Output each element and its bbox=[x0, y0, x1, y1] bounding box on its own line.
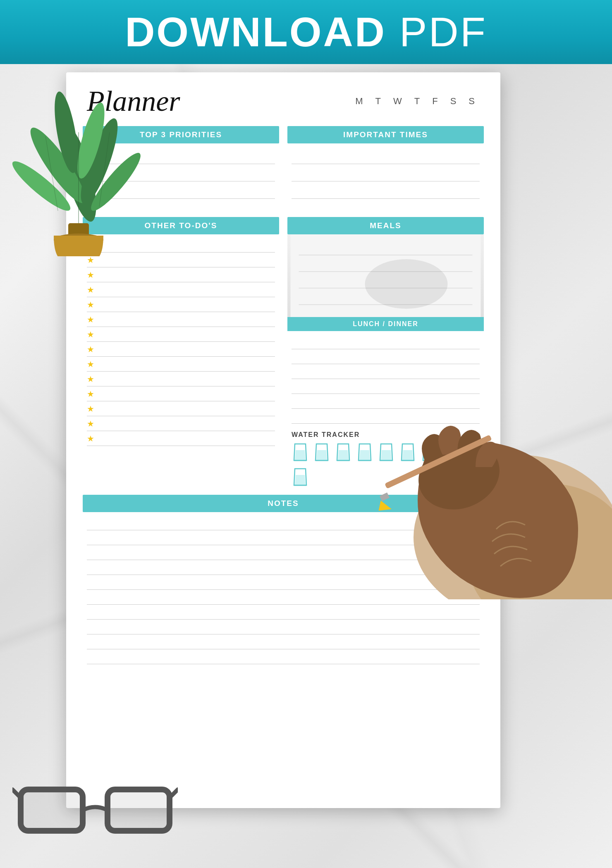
todo-row-13: ★ bbox=[87, 416, 275, 431]
svg-point-29 bbox=[365, 259, 448, 309]
notes-header: NOTES bbox=[83, 495, 484, 512]
note-row-7[interactable] bbox=[87, 605, 480, 620]
meal-row-2[interactable] bbox=[292, 349, 480, 364]
download-banner[interactable]: DOWNLOAD PDF bbox=[0, 0, 612, 64]
meal-row-6[interactable] bbox=[292, 409, 480, 424]
day-m: M bbox=[355, 96, 363, 107]
meals-header: MEALS bbox=[287, 217, 484, 234]
day-s2: S bbox=[469, 96, 476, 107]
note-row-6[interactable] bbox=[87, 590, 480, 605]
note-row-10[interactable] bbox=[87, 649, 480, 664]
meals-section: MEALS LUNCH / DINNER bbox=[287, 217, 484, 487]
meal-row-3[interactable] bbox=[292, 364, 480, 379]
important-times-section: IMPORTANT TIMES bbox=[287, 126, 484, 210]
todo-star-9: ★ bbox=[87, 359, 96, 369]
plant-decoration bbox=[0, 50, 165, 256]
todo-star-8: ★ bbox=[87, 344, 96, 354]
meals-image-area bbox=[287, 234, 484, 317]
day-t2: T bbox=[414, 96, 421, 107]
todo-star-7: ★ bbox=[87, 329, 96, 339]
day-w: W bbox=[393, 96, 403, 107]
meal-row-4[interactable] bbox=[292, 379, 480, 394]
day-f: F bbox=[432, 96, 438, 107]
time-row-3[interactable] bbox=[292, 181, 480, 199]
times-lines bbox=[287, 143, 484, 202]
todo-star-2: ★ bbox=[87, 255, 96, 265]
todo-row-4: ★ bbox=[87, 282, 275, 297]
svg-rect-16 bbox=[24, 792, 80, 828]
todo-row-14: ★ bbox=[87, 431, 275, 446]
middle-row: OTHER TO-DO'S ★ ★ ★ ★ ★ ★ ★ ★ ★ ★ ★ ★ ★ … bbox=[83, 217, 484, 487]
meal-row-1[interactable] bbox=[292, 334, 480, 349]
water-cup-5[interactable] bbox=[378, 442, 395, 463]
meals-lines bbox=[287, 331, 484, 427]
note-row-5[interactable] bbox=[87, 575, 480, 590]
todo-star-3: ★ bbox=[87, 270, 96, 280]
todo-row-5: ★ bbox=[87, 297, 275, 312]
todo-star-10: ★ bbox=[87, 374, 96, 384]
day-s1: S bbox=[450, 96, 457, 107]
todo-row-8: ★ bbox=[87, 342, 275, 357]
water-cup-7[interactable] bbox=[421, 442, 438, 463]
note-row-2[interactable] bbox=[87, 530, 480, 545]
todo-star-11: ★ bbox=[87, 389, 96, 399]
note-row-1[interactable] bbox=[87, 515, 480, 530]
water-cup-1[interactable] bbox=[292, 442, 309, 463]
water-cups-container bbox=[292, 442, 480, 487]
water-cup-3[interactable] bbox=[335, 442, 352, 463]
todo-row-7: ★ bbox=[87, 327, 275, 342]
todo-row-11: ★ bbox=[87, 386, 275, 401]
todo-star-5: ★ bbox=[87, 300, 96, 310]
todo-row-3: ★ bbox=[87, 267, 275, 282]
water-tracker: WATER TRACKER bbox=[287, 431, 484, 487]
notes-lines bbox=[83, 512, 484, 668]
meals-lunch-header: LUNCH / DINNER bbox=[287, 317, 484, 331]
todo-star-14: ★ bbox=[87, 434, 96, 444]
svg-line-14 bbox=[12, 789, 21, 798]
note-row-3[interactable] bbox=[87, 545, 480, 560]
todo-row-9: ★ bbox=[87, 357, 275, 372]
todo-star-13: ★ bbox=[87, 419, 96, 429]
days-of-week: M T W T F S S bbox=[355, 96, 480, 107]
time-row-1[interactable] bbox=[292, 147, 480, 164]
todo-star-12: ★ bbox=[87, 404, 96, 414]
important-times-header: IMPORTANT TIMES bbox=[287, 126, 484, 143]
water-cup-6[interactable] bbox=[399, 442, 416, 463]
todo-star-6: ★ bbox=[87, 315, 96, 324]
todo-row-12: ★ bbox=[87, 401, 275, 416]
todo-star-4: ★ bbox=[87, 285, 96, 295]
svg-line-15 bbox=[170, 789, 178, 798]
day-t1: T bbox=[375, 96, 382, 107]
note-row-4[interactable] bbox=[87, 560, 480, 575]
banner-title: DOWNLOAD PDF bbox=[125, 8, 487, 56]
todo-row-10: ★ bbox=[87, 372, 275, 386]
time-row-2[interactable] bbox=[292, 164, 480, 181]
svg-rect-17 bbox=[110, 792, 167, 828]
note-row-9[interactable] bbox=[87, 634, 480, 649]
todo-row-6: ★ bbox=[87, 312, 275, 327]
water-cup-9[interactable] bbox=[292, 467, 309, 487]
note-row-8[interactable] bbox=[87, 620, 480, 634]
todos-lines: ★ ★ ★ ★ ★ ★ ★ ★ ★ ★ ★ ★ ★ ★ bbox=[83, 234, 279, 449]
water-cup-8[interactable] bbox=[442, 442, 459, 463]
meal-row-5[interactable] bbox=[292, 394, 480, 409]
water-tracker-label: WATER TRACKER bbox=[292, 431, 480, 439]
notes-section: NOTES bbox=[83, 495, 484, 668]
glasses-decoration bbox=[12, 765, 178, 856]
water-cup-2[interactable] bbox=[313, 442, 330, 463]
water-cup-4[interactable] bbox=[356, 442, 373, 463]
